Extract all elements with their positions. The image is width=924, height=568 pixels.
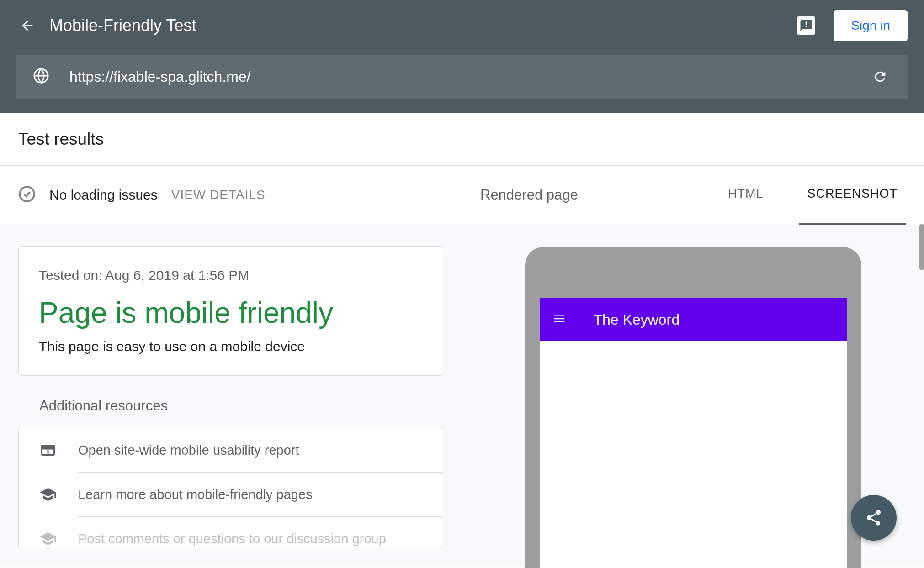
resource-item-learn[interactable]: Learn more about mobile-friendly pages	[19, 473, 443, 516]
feedback-button[interactable]	[797, 16, 815, 35]
resource-item-label: Learn more about mobile-friendly pages	[78, 487, 423, 502]
svg-rect-4	[42, 446, 54, 450]
arrow-left-icon	[20, 18, 35, 33]
webpage-icon	[39, 441, 57, 459]
content-split: No loading issues VIEW DETAILS Tested on…	[0, 166, 924, 566]
scrollbar[interactable]	[919, 224, 924, 270]
additional-resources-title: Additional resources	[39, 398, 462, 414]
globe-icon	[33, 68, 49, 86]
tested-on-text: Tested on: Aug 6, 2019 at 1:56 PM	[39, 268, 423, 283]
loading-status-bar: No loading issues VIEW DETAILS	[0, 166, 462, 224]
back-button[interactable]	[16, 15, 38, 37]
rendered-label: Rendered page	[480, 187, 692, 203]
check-circle-icon	[18, 185, 36, 205]
signin-button[interactable]: Sign in	[834, 10, 908, 41]
preview-header: Rendered page HTML SCREENSHOT	[462, 166, 924, 224]
app-title: Mobile-Friendly Test	[49, 16, 797, 35]
phone-frame: The Keyword	[525, 247, 861, 568]
view-details-link[interactable]: VIEW DETAILS	[171, 188, 266, 202]
results-header: Test results	[0, 113, 924, 166]
tab-html[interactable]: HTML	[720, 165, 772, 225]
resource-item-label: Open site-wide mobile usability report	[78, 443, 423, 458]
refresh-icon	[872, 69, 888, 84]
school-icon	[39, 485, 57, 504]
hamburger-icon	[552, 312, 566, 327]
phone-app-header: The Keyword	[540, 298, 847, 341]
url-input[interactable]	[69, 68, 869, 85]
result-headline: Page is mobile friendly	[39, 296, 423, 330]
share-icon	[865, 509, 883, 527]
result-subtext: This page is easy to use on a mobile dev…	[39, 339, 423, 354]
loading-status-text: No loading issues	[49, 187, 158, 203]
phone-screen: The Keyword	[540, 298, 847, 568]
url-bar	[16, 55, 908, 99]
resource-item-report[interactable]: Open site-wide mobile usability report	[19, 428, 443, 472]
resource-item-discuss[interactable]: Post comments or questions to our discus…	[19, 517, 443, 548]
share-fab[interactable]	[851, 495, 897, 541]
phone-app-title: The Keyword	[594, 311, 680, 328]
tab-screenshot[interactable]: SCREENSHOT	[799, 165, 906, 225]
left-pane: No loading issues VIEW DETAILS Tested on…	[0, 166, 462, 566]
result-card: Tested on: Aug 6, 2019 at 1:56 PM Page i…	[18, 246, 443, 376]
header-top-row: Mobile-Friendly Test Sign in	[16, 11, 908, 40]
announcement-icon	[799, 19, 813, 32]
school-icon	[39, 530, 57, 548]
refresh-button[interactable]	[869, 66, 891, 88]
resource-item-label: Post comments or questions to our discus…	[78, 531, 423, 547]
results-title: Test results	[18, 130, 906, 149]
resources-card: Open site-wide mobile usability report L…	[18, 428, 443, 548]
app-header: Mobile-Friendly Test Sign in	[0, 0, 924, 113]
